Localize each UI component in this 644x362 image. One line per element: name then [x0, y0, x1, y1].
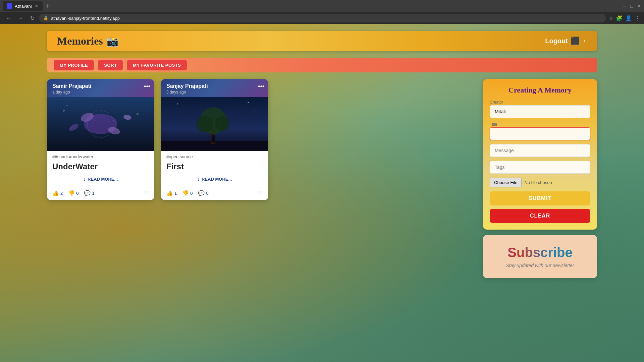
svg-point-18: [187, 109, 188, 109]
svg-point-17: [177, 104, 178, 105]
file-input-row: Choose File No file chosen: [490, 178, 590, 187]
lock-icon: 🔒: [43, 16, 48, 20]
post-menu-button[interactable]: •••: [144, 83, 150, 90]
forward-button[interactable]: →: [16, 14, 25, 22]
thumbs-down-icon: 👎: [182, 190, 189, 196]
dislike-button[interactable]: 👎 0: [68, 190, 78, 196]
message-input[interactable]: [490, 144, 590, 157]
new-tab-button[interactable]: +: [44, 2, 52, 10]
post-date: a day ago: [52, 90, 149, 95]
main-layout: Samir Prajapati a day ago •••: [47, 79, 597, 278]
svg-point-8: [63, 110, 65, 112]
profile-icon[interactable]: 👤: [625, 15, 632, 21]
minimize-button[interactable]: ─: [623, 3, 627, 9]
creator-field: Creator: [490, 100, 590, 118]
back-button[interactable]: ←: [4, 14, 13, 22]
svg-point-21: [171, 114, 171, 114]
menu-icon[interactable]: ⋮: [635, 15, 640, 21]
nav-bar: ← → ↻ 🔒 athavani-sanjay-frontend.netlify…: [0, 12, 644, 24]
title-field: Title: [490, 122, 590, 140]
subscribe-card: Subscribe Stay updated with our newslett…: [483, 235, 597, 278]
choose-file-button[interactable]: Choose File: [490, 178, 522, 187]
post-card: Samir Prajapati a day ago •••: [47, 79, 154, 200]
comment-icon: 💬: [84, 190, 91, 196]
close-button[interactable]: ✕: [637, 3, 641, 9]
address-bar[interactable]: 🔒 athavani-sanjay-frontend.netlify.app: [39, 14, 606, 22]
comment-button[interactable]: 💬 1: [84, 190, 94, 196]
logout-label: Logout: [545, 37, 568, 45]
dislike-button[interactable]: 👎 0: [182, 190, 193, 196]
refresh-button[interactable]: ↻: [28, 14, 37, 22]
comment-count: 0: [206, 191, 208, 196]
creator-input[interactable]: [490, 105, 590, 118]
like-count: 1: [174, 191, 177, 196]
heart-icon: ♡: [144, 190, 149, 196]
title-label: Title: [490, 122, 590, 127]
post-tags: ##shark #underwater: [47, 151, 154, 161]
file-chosen-text: No file chosen: [524, 180, 552, 185]
like-button[interactable]: 👍 2: [52, 190, 63, 196]
subscribe-subtitle: Stay updated with our newsletter: [490, 263, 590, 268]
memories-title-text: Memories: [57, 35, 103, 47]
svg-point-20: [255, 110, 255, 111]
sidebar: Creating A Memory Creator Title Choose F: [483, 79, 597, 278]
svg-point-23: [212, 135, 215, 138]
tree-scene-svg: [161, 97, 268, 151]
maximize-button[interactable]: □: [631, 3, 633, 9]
comment-icon: 💬: [198, 190, 205, 196]
header-title: Memories 📸: [57, 35, 119, 47]
tags-input[interactable]: [490, 161, 590, 174]
posts-grid: Samir Prajapati a day ago •••: [47, 79, 476, 200]
read-more-text: READ MORE...: [202, 177, 232, 182]
favorite-button[interactable]: ♡: [144, 189, 149, 197]
dislike-count: 0: [190, 191, 193, 196]
creating-memory-title: Creating A Memory: [490, 86, 590, 95]
window-controls: ─ □ ✕: [623, 3, 641, 9]
favorite-button[interactable]: ♡: [258, 189, 263, 197]
tab-favicon: [7, 3, 12, 9]
like-button[interactable]: 👍 1: [166, 190, 177, 196]
navigation-bar: MY PROFILE SORT MY FAVORITE POSTS: [47, 58, 597, 72]
comment-button[interactable]: 💬 0: [198, 190, 208, 196]
dislike-count: 0: [76, 191, 78, 196]
post-actions: 👍 2 👎 0 💬 1 ♡: [47, 186, 154, 200]
post-title: First: [161, 161, 268, 175]
read-more-button[interactable]: ↓ READ MORE...: [161, 175, 268, 186]
creator-label: Creator: [490, 100, 590, 105]
arrow-down-icon: ↓: [84, 177, 86, 182]
extensions-icon[interactable]: 🧩: [616, 15, 623, 21]
heart-icon: ♡: [258, 190, 263, 196]
comment-count: 1: [92, 191, 94, 196]
url-text: athavani-sanjay-frontend.netlify.app: [51, 16, 120, 21]
submit-button[interactable]: SUBMIT: [490, 191, 590, 205]
page-content: Memories 📸 Logout ⬛→ MY PROFILE SORT MY …: [0, 24, 644, 362]
my-profile-button[interactable]: MY PROFILE: [54, 60, 94, 70]
app-header: Memories 📸 Logout ⬛→: [47, 31, 597, 51]
logout-button[interactable]: Logout ⬛→: [545, 37, 587, 45]
post-menu-button[interactable]: •••: [258, 83, 264, 90]
thumbs-up-icon: 👍: [166, 190, 173, 196]
active-tab[interactable]: Athavani ✕: [3, 1, 43, 11]
tab-title: Athavani: [15, 4, 32, 9]
post-author: Sanjay Prajapati: [166, 83, 263, 89]
browser-chrome: Athavani ✕ + ─ □ ✕ ← → ↻ 🔒 athavani-sanj…: [0, 0, 644, 24]
svg-point-16: [215, 116, 229, 131]
logout-icon: ⬛→: [571, 37, 587, 45]
post-image-underwater: [47, 97, 154, 151]
sort-button[interactable]: SORT: [98, 60, 123, 70]
message-field: [490, 144, 590, 157]
underwater-scene-svg: [47, 97, 154, 151]
post-actions: 👍 1 👎 0 💬 0 ♡: [161, 186, 268, 200]
subscribe-title: Subscribe: [490, 245, 590, 260]
tags-field: [490, 161, 590, 174]
thumbs-up-icon: 👍: [52, 190, 59, 196]
like-count: 2: [60, 191, 63, 196]
bookmark-star-icon[interactable]: ☆: [608, 15, 613, 21]
clear-button[interactable]: CLEAR: [490, 209, 590, 223]
creating-memory-card: Creating A Memory Creator Title Choose F: [483, 79, 597, 230]
post-tags: #open source: [161, 151, 268, 161]
read-more-button[interactable]: ↓ READ MORE...: [47, 175, 154, 186]
title-input[interactable]: [490, 127, 590, 140]
my-favorite-posts-button[interactable]: MY FAVORITE POSTS: [127, 60, 187, 70]
close-tab-button[interactable]: ✕: [35, 3, 39, 9]
